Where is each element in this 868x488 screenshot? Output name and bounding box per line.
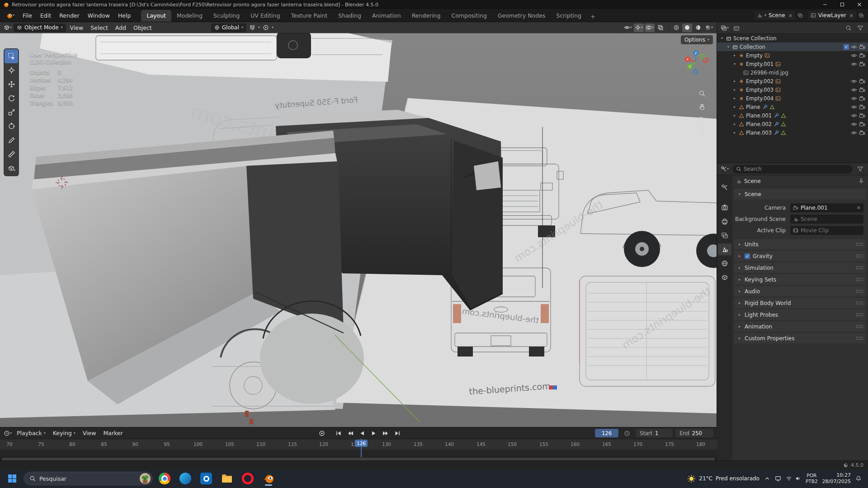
xray-toggle[interactable] bbox=[656, 23, 665, 32]
show-overlays-toggle[interactable]: ▾ bbox=[645, 23, 655, 32]
jump-to-end-button[interactable] bbox=[392, 429, 403, 438]
viewport-menu-select[interactable]: Select bbox=[87, 22, 111, 33]
workspace-tab-rendering[interactable]: Rendering bbox=[406, 10, 446, 22]
pan-hand-button[interactable] bbox=[698, 103, 708, 112]
disclosure-icon[interactable]: ▸ bbox=[732, 53, 737, 57]
ortho-perspective-button[interactable] bbox=[698, 129, 708, 138]
tab-tool[interactable] bbox=[718, 182, 731, 193]
section-rigid-body-world[interactable]: ▸ Rigid Body World bbox=[734, 298, 866, 308]
hide-eye-icon[interactable] bbox=[851, 87, 857, 93]
workspace-tab-shading[interactable]: Shading bbox=[333, 10, 367, 22]
timeline-menu-keying[interactable]: Keying ▾ bbox=[50, 427, 79, 439]
shading-wireframe-button[interactable] bbox=[671, 23, 681, 32]
snap-toggle[interactable] bbox=[247, 23, 257, 32]
hide-eye-icon[interactable] bbox=[851, 95, 857, 102]
workspace-tab-geometry-nodes[interactable]: Geometry Nodes bbox=[492, 10, 551, 22]
scene-selector[interactable]: ▾ Scene × bbox=[754, 11, 795, 20]
start-frame-field[interactable]: Start 1 bbox=[636, 429, 673, 437]
menu-render[interactable]: Render bbox=[55, 9, 84, 22]
timeline-menu-playback[interactable]: Playback ▾ bbox=[14, 427, 49, 439]
active-clip-field[interactable]: Movie Clip bbox=[790, 226, 863, 235]
gravity-checkbox[interactable]: ✓ bbox=[745, 253, 750, 259]
taskbar-app-outlook[interactable] bbox=[197, 471, 215, 486]
disclosure-icon[interactable]: ▸ bbox=[732, 113, 737, 117]
menu-window[interactable]: Window bbox=[84, 9, 114, 22]
navigation-gizmo[interactable]: Z X Y bbox=[681, 47, 710, 76]
tool-cursor[interactable] bbox=[5, 63, 18, 77]
hide-eye-icon[interactable] bbox=[851, 44, 857, 50]
disclosure-icon[interactable]: ▸ bbox=[732, 131, 737, 135]
properties-search-input[interactable]: Search bbox=[732, 165, 853, 174]
taskbar-app-opera[interactable] bbox=[239, 471, 257, 486]
section-custom-properties[interactable]: ▸ Custom Properties bbox=[734, 333, 866, 343]
background-scene-field[interactable]: Scene bbox=[790, 215, 863, 224]
viewport-menu-view[interactable]: View bbox=[67, 22, 87, 33]
disable-render-camera-icon[interactable] bbox=[859, 78, 865, 84]
workspace-tab-animation[interactable]: Animation bbox=[367, 10, 406, 22]
section-simulation[interactable]: ▸ Simulation bbox=[734, 263, 866, 273]
outliner-row-plane-002[interactable]: ▸ Plane.002 bbox=[717, 120, 868, 128]
viewport-menu-object[interactable]: Object bbox=[130, 22, 155, 33]
timeline-menu-marker[interactable]: Marker bbox=[100, 427, 126, 439]
timeline-editor-type-button[interactable]: ▾ bbox=[3, 429, 13, 437]
tool-add-cube[interactable] bbox=[5, 161, 18, 175]
viewport-canvas[interactable]: the-blueprints.com Ford F-350 Superduty … bbox=[0, 22, 717, 427]
workspace-tab-uv-editing[interactable]: UV Editing bbox=[245, 10, 285, 22]
outliner-row-empty-003[interactable]: ▸ Empty.003 bbox=[717, 85, 868, 94]
disable-render-camera-icon[interactable] bbox=[859, 104, 865, 110]
taskbar-app-edge[interactable] bbox=[176, 471, 194, 486]
workspace-tab-layout[interactable]: Layout bbox=[141, 10, 171, 22]
add-workspace-button[interactable]: + bbox=[587, 11, 599, 22]
hide-eye-icon[interactable] bbox=[851, 61, 857, 67]
outliner-row-plane-001[interactable]: ▸ Plane.001 bbox=[717, 111, 868, 120]
minimize-button[interactable] bbox=[816, 0, 834, 9]
hide-eye-icon[interactable] bbox=[851, 113, 857, 119]
timeline-track-area[interactable] bbox=[0, 450, 717, 457]
tool-measure[interactable] bbox=[5, 147, 18, 161]
disable-render-camera-icon[interactable] bbox=[859, 130, 865, 136]
disclosure-icon[interactable]: ▸ bbox=[732, 122, 737, 126]
viewlayer-selector[interactable]: ViewLayer × bbox=[808, 11, 856, 20]
disable-render-camera-icon[interactable] bbox=[859, 121, 865, 127]
tool-select-box[interactable] bbox=[5, 49, 18, 63]
outliner-row-collection[interactable]: ▾ Collection ✓ bbox=[717, 42, 868, 51]
options-button[interactable]: Options ▾ bbox=[681, 35, 713, 44]
menu-file[interactable]: File bbox=[19, 9, 36, 22]
viewport-menu-add[interactable]: Add bbox=[112, 22, 129, 33]
taskbar-app-chrome[interactable] bbox=[156, 471, 174, 486]
zoom-button[interactable] bbox=[698, 90, 708, 99]
timeline-menu-view[interactable]: View bbox=[80, 427, 99, 439]
transform-orientation-selector[interactable]: Global ▾ bbox=[211, 23, 246, 32]
language-indicator[interactable]: POR PTB2 bbox=[806, 473, 818, 484]
tool-scale[interactable] bbox=[5, 105, 18, 119]
outliner-row-image-data[interactable]: 26986-mid.jpg bbox=[717, 68, 868, 77]
new-scene-button[interactable] bbox=[795, 11, 805, 20]
disable-render-camera-icon[interactable] bbox=[859, 113, 865, 119]
taskbar-app-blender[interactable] bbox=[259, 471, 278, 486]
outliner-row-plane-003[interactable]: ▸ Plane.003 bbox=[717, 128, 868, 137]
menu-edit[interactable]: Edit bbox=[36, 9, 55, 22]
section-gravity[interactable]: ▸ ✓ Gravity bbox=[734, 251, 866, 261]
hide-eye-icon[interactable] bbox=[851, 78, 857, 84]
workspace-tab-scripting[interactable]: Scripting bbox=[551, 10, 587, 22]
outliner-row-plane[interactable]: ▸ Plane bbox=[717, 103, 868, 111]
shading-rendered-button[interactable]: ▾ bbox=[704, 23, 714, 32]
proportional-editing-toggle[interactable] bbox=[261, 23, 271, 32]
hidden-icons-button[interactable] bbox=[764, 475, 770, 482]
disclosure-icon[interactable]: ▸ bbox=[732, 105, 737, 109]
outliner-editor-type-button[interactable]: ▾ bbox=[720, 23, 730, 32]
disclosure-icon[interactable]: ▾ bbox=[732, 62, 737, 66]
outliner-display-mode-button[interactable] bbox=[731, 23, 741, 32]
disable-render-camera-icon[interactable] bbox=[859, 52, 865, 59]
properties-filter-button[interactable] bbox=[855, 165, 865, 174]
quick-settings-button[interactable] bbox=[786, 475, 801, 482]
search-highlight-image[interactable] bbox=[140, 473, 151, 484]
tab-scene[interactable] bbox=[718, 244, 731, 255]
tab-render[interactable] bbox=[718, 202, 731, 213]
current-frame-field[interactable]: 126 bbox=[595, 429, 618, 437]
shading-material-button[interactable] bbox=[693, 23, 703, 32]
jump-to-next-keyframe-button[interactable] bbox=[380, 429, 391, 438]
outliner-row-empty-001[interactable]: ▾ Empty.001 bbox=[717, 60, 868, 68]
outliner-search-button[interactable] bbox=[844, 23, 854, 32]
play-button[interactable] bbox=[368, 429, 379, 438]
